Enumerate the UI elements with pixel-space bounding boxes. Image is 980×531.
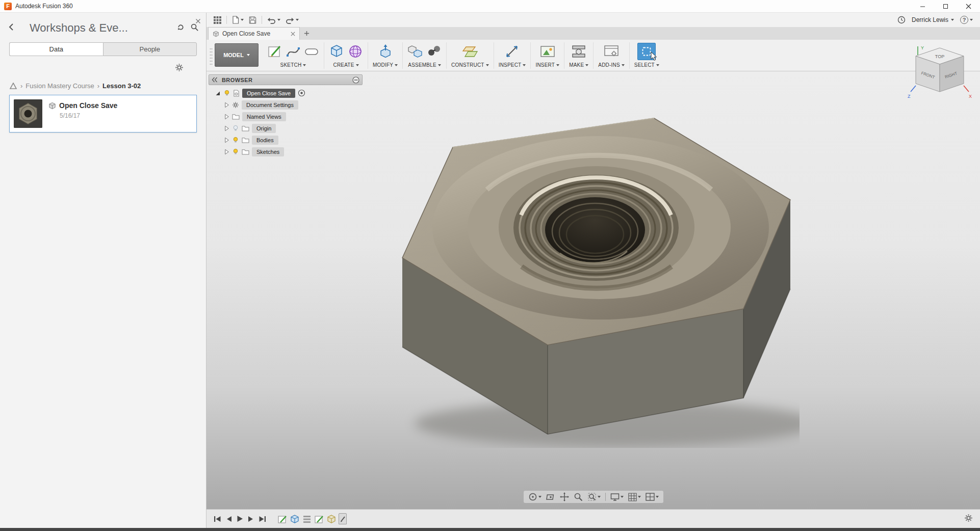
ribbon-group-label[interactable]: INSPECT (499, 62, 526, 68)
step-forward-button[interactable] (248, 516, 254, 522)
go-to-start-button[interactable] (214, 516, 221, 522)
timeline-position-marker[interactable] (339, 513, 347, 524)
grid-snaps-button[interactable] (628, 493, 641, 501)
user-account-button[interactable]: Derrick Lewis (912, 16, 954, 23)
construction-plane-icon[interactable] (462, 44, 478, 59)
activate-component-icon[interactable] (298, 89, 305, 97)
viewports-button[interactable] (646, 493, 659, 501)
tab-data[interactable]: Data (9, 42, 103, 56)
coil-sphere-icon[interactable] (348, 44, 363, 59)
ribbon-group-label[interactable]: ASSEMBLE (408, 62, 441, 68)
browser-item-sketches[interactable]: Sketches (209, 146, 363, 157)
ribbon-group-label[interactable]: CREATE (333, 62, 358, 68)
step-back-button[interactable] (226, 516, 232, 522)
browser-root-row[interactable]: Open Close Save (209, 88, 363, 98)
collapse-panel-icon[interactable] (212, 77, 218, 83)
tab-people[interactable]: People (103, 42, 197, 56)
create-sketch-icon[interactable] (267, 44, 282, 59)
ribbon-group-label[interactable]: SKETCH (280, 62, 306, 68)
insert-canvas-icon[interactable] (540, 45, 555, 58)
back-button[interactable] (7, 22, 16, 34)
toolbar-grip-handle[interactable] (210, 47, 213, 66)
look-at-button[interactable] (546, 492, 555, 501)
visibility-bulb-icon[interactable] (232, 136, 239, 144)
go-to-end-button[interactable] (259, 516, 266, 522)
spline-icon[interactable] (286, 44, 300, 59)
job-status-button[interactable] (897, 16, 906, 24)
browser-collapse-button[interactable] (352, 76, 359, 84)
orbit-button[interactable] (528, 492, 541, 501)
save-button[interactable] (249, 16, 256, 24)
visibility-bulb-icon[interactable] (232, 148, 239, 155)
timeline-extrude-feature-icon[interactable] (290, 514, 300, 524)
ribbon-group-label[interactable]: MAKE (569, 62, 588, 68)
collapsed-caret-icon[interactable] (224, 149, 229, 155)
panel-settings-button[interactable] (175, 63, 184, 74)
3d-print-icon[interactable] (571, 44, 586, 59)
close-button[interactable] (957, 0, 980, 12)
data-panel-close-button[interactable] (195, 17, 201, 26)
visibility-bulb-icon[interactable] (223, 89, 230, 97)
press-pull-icon[interactable] (378, 44, 393, 59)
timeline-box-feature-icon[interactable] (326, 514, 337, 524)
redo-icon (286, 16, 294, 24)
browser-item-bodies[interactable]: Bodies (209, 135, 363, 145)
new-tab-button[interactable] (300, 27, 313, 40)
new-body-box-icon[interactable] (329, 44, 344, 59)
expand-caret-icon[interactable] (215, 90, 221, 96)
timeline-settings-button[interactable] (964, 514, 973, 524)
browser-header[interactable]: BROWSER (209, 74, 363, 85)
zoom-button[interactable] (574, 492, 583, 501)
visibility-bulb-off-icon[interactable] (232, 124, 239, 132)
document-tab[interactable]: Open Close Save (208, 27, 300, 40)
design-item-card[interactable]: Open Close Save 5/16/17 (9, 95, 197, 132)
fit-button[interactable] (587, 492, 601, 501)
workspace-switcher[interactable]: MODEL (215, 43, 259, 67)
collapsed-caret-icon[interactable] (224, 125, 229, 131)
collapsed-caret-icon[interactable] (224, 102, 229, 108)
browser-item-label[interactable]: Origin (252, 124, 276, 133)
display-settings-button[interactable] (610, 493, 624, 501)
measure-icon[interactable] (505, 44, 520, 59)
browser-root-label[interactable]: Open Close Save (242, 89, 295, 98)
browser-item-label[interactable]: Bodies (252, 136, 278, 145)
refresh-button[interactable] (176, 23, 185, 34)
ribbon-group-label[interactable]: MODIFY (373, 62, 398, 68)
show-data-panel-button[interactable] (214, 16, 221, 24)
joint-icon[interactable] (426, 44, 442, 59)
viewcube[interactable]: Y TOP FRONT RIGHT X Z (907, 45, 973, 103)
tab-close-icon[interactable] (291, 32, 295, 36)
slot-icon[interactable] (304, 45, 319, 58)
browser-item-origin[interactable]: Origin (209, 123, 363, 134)
ribbon-group-label[interactable]: INSERT (535, 62, 559, 68)
minimize-button[interactable] (911, 0, 934, 12)
browser-item-named-views[interactable]: Named Views (209, 111, 363, 122)
maximize-button[interactable] (934, 0, 957, 12)
new-component-icon[interactable] (407, 44, 423, 59)
ribbon-group-label[interactable]: SELECT (634, 62, 659, 68)
help-menu-button[interactable]: ? (960, 16, 973, 24)
play-button[interactable] (237, 515, 243, 522)
ribbon-toolbar: MODEL SKETCH CREATE (207, 40, 980, 71)
browser-item-document-settings[interactable]: Document Settings (209, 99, 363, 110)
timeline-sketch-feature-icon[interactable] (277, 514, 288, 524)
nut-model[interactable] (397, 112, 800, 448)
breadcrumb-parent[interactable]: Fusion Mastery Course (25, 82, 94, 90)
undo-button[interactable] (267, 16, 280, 24)
scripts-addins-icon[interactable] (604, 44, 619, 59)
timeline-pattern-feature-icon[interactable] (302, 514, 312, 524)
browser-item-label[interactable]: Document Settings (242, 100, 298, 110)
pan-button[interactable] (560, 492, 569, 501)
file-menu-button[interactable] (232, 16, 244, 24)
ribbon-group-label[interactable]: ADD-INS (598, 62, 625, 68)
collapsed-caret-icon[interactable] (224, 137, 229, 143)
pan-icon (560, 492, 569, 501)
timeline-sketch-feature-icon[interactable] (314, 514, 324, 524)
ribbon-group-label[interactable]: CONSTRUCT (451, 62, 489, 68)
collapsed-caret-icon[interactable] (224, 114, 229, 120)
redo-button[interactable] (286, 16, 299, 24)
viewport-canvas[interactable]: BROWSER Open Close Save (207, 71, 980, 509)
browser-item-label[interactable]: Named Views (242, 112, 286, 121)
select-tool-button[interactable] (637, 43, 656, 60)
browser-item-label[interactable]: Sketches (252, 147, 284, 156)
